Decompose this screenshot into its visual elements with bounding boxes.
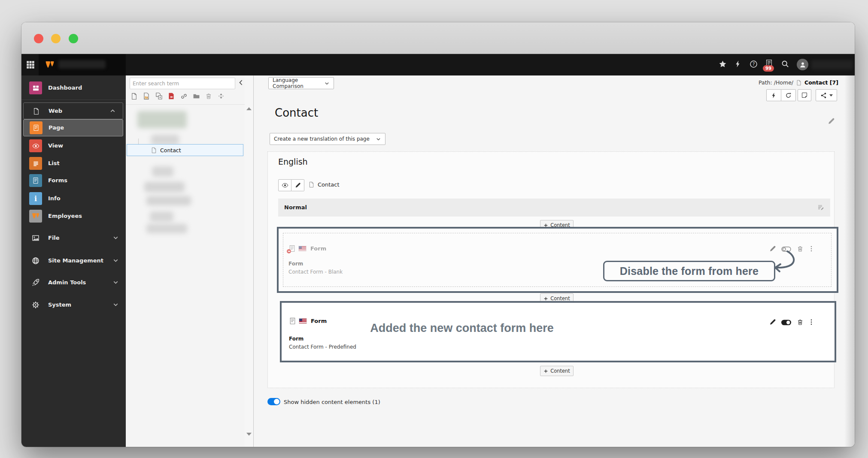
chevron-down-icon xyxy=(112,301,119,308)
new-link-page-icon[interactable] xyxy=(167,91,176,101)
add-content-button[interactable]: Content xyxy=(540,366,574,376)
page-doc-icon xyxy=(796,80,802,86)
redacted-tree-item xyxy=(152,166,173,177)
view-page-eye-button[interactable] xyxy=(278,179,291,191)
sidebar-item-label: Page xyxy=(49,120,64,136)
edit-page-title-pencil-icon[interactable] xyxy=(828,118,835,125)
collapse-tree-icon[interactable] xyxy=(237,79,245,86)
element-field-value: Contact Form - Predefined xyxy=(289,344,356,350)
sidebar-item-system[interactable]: System xyxy=(21,296,126,313)
modules-grid-icon[interactable] xyxy=(25,59,36,70)
help-icon[interactable] xyxy=(748,58,759,69)
new-shortcut-page-icon[interactable] xyxy=(154,91,164,101)
share-button[interactable] xyxy=(816,89,837,101)
new-page-icon[interactable] xyxy=(129,91,139,101)
element-field-label: Form xyxy=(288,261,303,267)
redacted-tree-item xyxy=(150,211,173,222)
page-tree-panel: Contact xyxy=(126,75,245,447)
us-flag-icon xyxy=(299,246,306,251)
element-more-options-icon[interactable] xyxy=(808,319,815,325)
create-translation-select[interactable]: Create a new translation of this page xyxy=(270,133,385,145)
sidebar-item-page[interactable]: Page xyxy=(23,119,123,136)
filter-divider-icon[interactable] xyxy=(216,91,226,101)
tree-item-contact[interactable]: Contact xyxy=(127,144,243,156)
notification-count-badge: 99 xyxy=(763,65,774,72)
sidebar-item-label: System xyxy=(48,296,71,313)
page-doc-icon xyxy=(151,147,157,154)
page-title: Contact xyxy=(275,106,318,119)
globe-icon xyxy=(29,254,42,267)
sidebar-item-label: Dashboard xyxy=(48,79,82,96)
redacted-tree-item xyxy=(146,224,187,233)
tree-item-label: Contact xyxy=(160,147,181,154)
screenshot-stage: 99 Dashboard Web Page View xyxy=(0,0,868,458)
chevron-down-icon xyxy=(376,136,381,142)
zoom-window-button[interactable] xyxy=(69,34,78,43)
sidebar-item-forms[interactable]: Forms xyxy=(21,172,126,189)
sidebar-item-list[interactable]: List xyxy=(21,155,126,172)
element-header: Form xyxy=(289,317,327,325)
scroll-up-arrow-icon[interactable] xyxy=(246,107,252,110)
language-comparison-label: Language Comparison xyxy=(273,77,324,89)
column-label: Normal xyxy=(284,204,307,211)
clear-cache-bolt-icon[interactable] xyxy=(732,58,744,69)
language-comparison-select[interactable]: Language Comparison xyxy=(268,77,334,89)
user-avatar[interactable] xyxy=(797,59,808,70)
sidebar-item-file[interactable]: File xyxy=(21,229,126,247)
bookmarks-star-icon[interactable] xyxy=(717,58,728,69)
language-heading: English xyxy=(278,157,308,166)
sidebar-item-site-management[interactable]: Site Management xyxy=(21,252,126,269)
minimize-window-button[interactable] xyxy=(51,34,61,43)
refresh-button[interactable] xyxy=(781,89,796,101)
rocket-icon xyxy=(29,276,42,289)
clear-cache-button[interactable] xyxy=(766,89,781,101)
enable-toggle-on-icon[interactable] xyxy=(781,319,791,325)
sidebar-item-employees[interactable]: Employees xyxy=(21,208,126,225)
tree-scrollbar[interactable] xyxy=(245,75,254,447)
sidebar-item-dashboard[interactable]: Dashboard xyxy=(21,79,126,96)
page-module-icon xyxy=(30,121,42,134)
close-window-button[interactable] xyxy=(34,34,43,43)
sidebar-item-web[interactable]: Web xyxy=(23,102,123,119)
dashboard-icon xyxy=(29,81,42,94)
breadcrumb: Path: /Home/ Contact [7] xyxy=(759,79,838,86)
edit-element-pencil-icon[interactable] xyxy=(769,319,776,325)
show-hidden-toggle[interactable] xyxy=(267,398,280,405)
path-prefix: Path: /Home/ xyxy=(759,79,793,86)
search-icon[interactable] xyxy=(780,58,791,69)
tree-toolbar-divider xyxy=(126,104,245,105)
sidebar-item-label: Employees xyxy=(48,208,82,225)
content-element-hidden-form: Form Form Contact Form - Blank xyxy=(277,227,838,293)
element-field-value: Contact Form - Blank xyxy=(288,269,343,275)
sidebar-item-info[interactable]: i Info xyxy=(21,190,126,207)
us-flag-icon xyxy=(299,319,307,323)
sidebar-item-label: List xyxy=(48,155,60,172)
sidebar-item-label: Site Management xyxy=(48,252,103,269)
view-page-notes-button[interactable] xyxy=(798,89,811,101)
sidebar-item-view[interactable]: View xyxy=(21,137,126,154)
scroll-down-arrow-icon[interactable] xyxy=(246,433,252,436)
page-reference: Contact [7] xyxy=(804,79,838,86)
trash-icon[interactable] xyxy=(204,91,213,101)
sidebar-item-label: Admin Tools xyxy=(48,274,86,291)
page-tree-search-input[interactable] xyxy=(130,78,235,89)
link-icon[interactable] xyxy=(179,91,188,101)
delete-element-trash-icon[interactable] xyxy=(797,319,804,325)
redacted-tree-item xyxy=(144,182,185,192)
edit-column-icon[interactable] xyxy=(817,204,824,211)
sidebar-item-admin-tools[interactable]: Admin Tools xyxy=(21,274,126,291)
topbar-brand-area xyxy=(39,54,126,75)
folder-icon[interactable] xyxy=(191,91,201,101)
new-page-users-icon[interactable] xyxy=(142,91,151,101)
create-translation-label: Create a new translation of this page xyxy=(274,136,370,142)
show-hidden-label: Show hidden content elements (1) xyxy=(284,399,380,405)
edit-page-pencil-button[interactable] xyxy=(291,179,304,191)
content-right-shadow xyxy=(844,75,855,447)
typo3-topbar: 99 xyxy=(21,54,855,75)
hidden-minus-badge-icon xyxy=(287,249,291,253)
page-action-button-group xyxy=(278,179,304,191)
annotation-arrow xyxy=(768,246,810,280)
element-header: Form xyxy=(288,245,326,252)
file-image-icon xyxy=(29,232,42,244)
sidebar-divider xyxy=(21,99,126,100)
